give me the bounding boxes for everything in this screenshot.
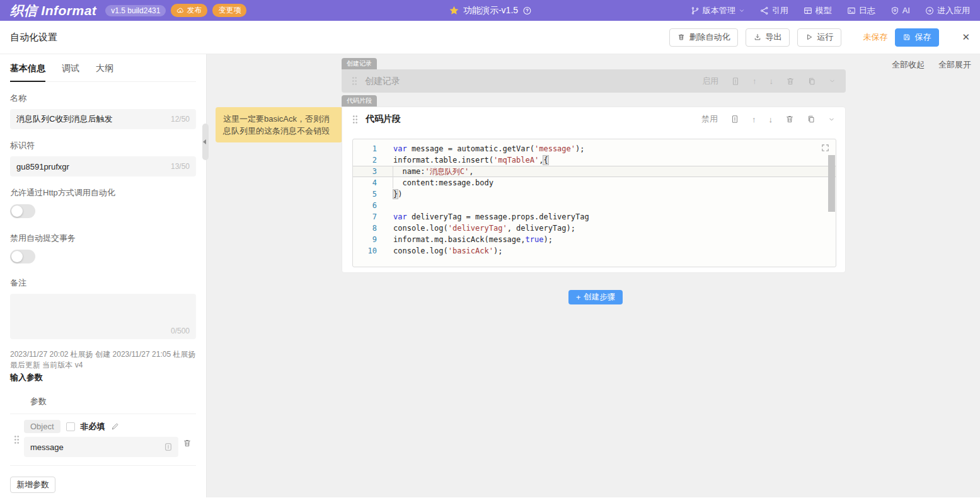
name-field-group: 名称 消息队列C收到消息后触发 12/50 (10, 93, 196, 129)
code-line[interactable]: 1var message = automatic.getVar('message… (353, 143, 836, 154)
code-block-header[interactable]: 代码片段 禁用 ↑ ↓ (342, 107, 845, 131)
editor-scrollbar[interactable] (828, 155, 835, 212)
identifier-input[interactable]: gu8591prufxgr 13/50 (10, 156, 196, 177)
code-line[interactable]: 7var deliveryTag = message.props.deliver… (353, 211, 836, 223)
save-label: 保存 (914, 32, 931, 43)
name-input[interactable]: 消息队列C收到消息后触发 12/50 (10, 109, 196, 129)
remark-textarea[interactable]: 0/500 (10, 294, 196, 339)
execution-log-icon[interactable] (730, 115, 739, 124)
fullscreen-icon[interactable] (821, 143, 830, 153)
nav-ai[interactable]: AI (891, 6, 910, 15)
delete-step-icon[interactable] (785, 115, 794, 124)
code-line[interactable]: 2informat.table.insert('mqTableA',{ (353, 154, 836, 166)
ai-icon (891, 6, 899, 15)
export-button[interactable]: 导出 (746, 28, 790, 47)
changes-button[interactable]: 变更项 (212, 4, 246, 17)
collapse-all-link[interactable]: 全部收起 (892, 59, 925, 71)
delete-automation-button[interactable]: 删除自动化 (669, 28, 738, 47)
expand-links: 全部收起 全部展开 (892, 59, 971, 71)
export-icon (754, 33, 761, 41)
code-line[interactable]: 9informat.mq.basicAck(message,true); (353, 234, 836, 245)
collapse-step-icon[interactable] (828, 116, 835, 123)
run-button[interactable]: 运行 (797, 28, 841, 47)
nav-logs[interactable]: 日志 (847, 5, 875, 16)
code-line[interactable]: 5}) (353, 188, 836, 200)
code-line[interactable]: 6 (353, 200, 836, 211)
line-number: 1 (353, 143, 377, 154)
delete-param-icon[interactable] (178, 420, 196, 457)
copy-step-icon[interactable] (807, 115, 816, 124)
nav-label: 进入应用 (937, 5, 970, 16)
move-down-icon[interactable]: ↓ (770, 76, 774, 86)
remark-counter: 0/500 (171, 327, 190, 335)
create-step-button[interactable]: + 创建步骤 (568, 290, 623, 304)
nav-version-management[interactable]: 版本管理 (691, 5, 745, 16)
app-window: 织信 Informat v1.5 build2431 发布 变更项 功能演示-v… (0, 0, 980, 498)
drag-handle-icon[interactable] (14, 435, 20, 444)
step-block-create-record[interactable]: 创建记录 启用 ↑ ↓ (342, 69, 846, 93)
indent-guide (393, 166, 393, 188)
publish-label: 发布 (187, 5, 202, 16)
app-logo[interactable]: 织信 Informat (10, 2, 96, 20)
enable-state-label[interactable]: 启用 (702, 76, 718, 87)
drag-handle-icon[interactable] (352, 115, 358, 124)
reference-icon (760, 6, 769, 15)
disable-state-label[interactable]: 禁用 (701, 113, 718, 125)
move-up-icon[interactable]: ↑ (752, 76, 757, 86)
meta-info: 2023/11/27 20:02 杜展扬 创建 2023/11/27 21:05… (10, 349, 196, 371)
code-line[interactable]: 10console.log('basicAck'); (353, 245, 836, 257)
transaction-toggle[interactable] (10, 250, 35, 263)
tab-outline[interactable]: 大纲 (96, 63, 113, 81)
code-line[interactable]: 8console.log('deliveryTag', deliveryTag)… (353, 223, 836, 234)
line-number: 10 (353, 245, 377, 257)
annotation-note[interactable]: 这里一定要basicAck，否则消息队列里的这条消息不会销毁 (216, 107, 342, 142)
transaction-toggle-label: 禁用自动提交事务 (10, 233, 196, 244)
name-counter: 12/50 (171, 115, 190, 124)
code-line[interactable]: 3 name:'消息队列C', (353, 166, 836, 177)
block-actions: 禁用 ↑ ↓ (701, 113, 835, 125)
move-down-icon[interactable]: ↓ (769, 115, 773, 124)
block-tag: 代码片段 (342, 95, 377, 107)
collapse-step-icon[interactable] (829, 78, 836, 84)
header-nav: 版本管理 引用 模型 日志 AI 进入应用 (691, 5, 970, 16)
nav-enter-app[interactable]: 进入应用 (925, 5, 970, 16)
param-type-tag[interactable]: Object (24, 420, 61, 433)
play-icon (805, 33, 813, 41)
help-icon[interactable] (522, 6, 531, 15)
tab-basic-info[interactable]: 基本信息 (10, 63, 45, 81)
delete-automation-label: 删除自动化 (689, 32, 730, 43)
http-toggle-label: 允许通过Http方式调用自动化 (10, 187, 196, 199)
code-editor[interactable]: 1var message = automatic.getVar('message… (352, 139, 836, 267)
edit-param-icon[interactable] (111, 422, 119, 431)
line-number: 6 (353, 200, 377, 211)
plus-icon: + (576, 293, 580, 302)
publish-button[interactable]: 发布 (171, 4, 207, 17)
drag-handle-icon[interactable] (352, 76, 357, 86)
expand-all-link[interactable]: 全部展开 (938, 59, 971, 71)
execution-log-icon[interactable] (731, 77, 740, 86)
changes-label: 变更项 (218, 5, 241, 16)
delete-step-icon[interactable] (786, 77, 795, 86)
top-header: 织信 Informat v1.5 build2431 发布 变更项 功能演示-v… (0, 0, 980, 21)
tab-debug[interactable]: 调试 (62, 63, 79, 81)
identifier-field-group: 标识符 gu8591prufxgr 13/50 (10, 140, 196, 177)
divider (10, 414, 196, 414)
collapse-sidebar-handle[interactable] (202, 124, 209, 160)
line-number: 4 (353, 177, 377, 188)
param-name-input[interactable]: message (24, 437, 178, 457)
add-param-button[interactable]: 新增参数 (10, 477, 55, 493)
block-title: 代码片段 (366, 113, 401, 125)
copy-step-icon[interactable] (807, 77, 816, 86)
optional-checkbox[interactable] (66, 422, 75, 431)
nav-model[interactable]: 模型 (804, 5, 832, 16)
app-title: 功能演示-v1.5 (463, 5, 518, 16)
move-up-icon[interactable]: ↑ (752, 115, 756, 124)
nav-reference[interactable]: 引用 (760, 5, 788, 16)
divider (10, 465, 196, 466)
close-icon[interactable]: ✕ (962, 32, 970, 43)
save-button[interactable]: 保存 (895, 28, 939, 47)
insert-variable-icon[interactable] (164, 443, 172, 451)
http-toggle[interactable] (10, 204, 35, 218)
line-number: 9 (353, 234, 377, 245)
code-line[interactable]: 4 content:message.body (353, 177, 836, 188)
